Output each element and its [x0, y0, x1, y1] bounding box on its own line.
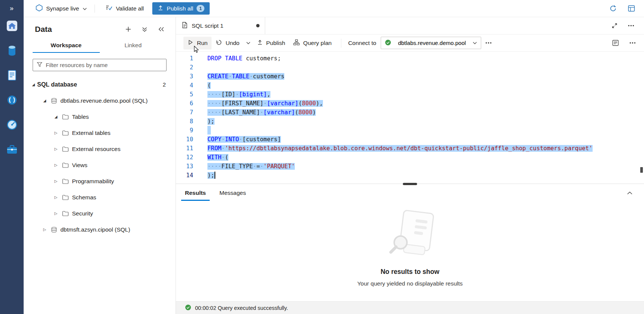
monitor-icon: [6, 119, 18, 132]
tab-title: SQL script 1: [192, 22, 224, 29]
line-number: 1: [176, 54, 193, 63]
tab-workspace[interactable]: Workspace: [33, 38, 100, 53]
sidebar-item-home[interactable]: [5, 19, 20, 34]
tree-item-views[interactable]: ▷Views: [24, 157, 176, 173]
refresh-icon[interactable]: [608, 3, 618, 13]
twistie-expanded-icon[interactable]: ◢: [52, 115, 60, 119]
tab-linked[interactable]: Linked: [100, 38, 167, 53]
tree-item-label: Schemas: [72, 194, 96, 201]
code-editor[interactable]: 1234567891011121314 DROP TABLE customers…: [176, 52, 644, 184]
add-resource-icon[interactable]: [124, 25, 133, 34]
tree-item-dbtmsft-azsyn-cipool-sql[interactable]: ▷dbtmsft.azsyn.cipool (SQL): [24, 221, 176, 238]
develop-icon: [7, 69, 17, 82]
line-number: 9: [176, 126, 193, 135]
validate-all-button[interactable]: Validate all: [102, 3, 147, 15]
twistie-collapsed-icon[interactable]: ▷: [52, 179, 60, 183]
properties-icon[interactable]: [611, 38, 620, 48]
collapse-all-icon[interactable]: [140, 25, 149, 34]
twistie-collapsed-icon[interactable]: ▷: [52, 147, 60, 151]
code-line-9[interactable]: [207, 126, 644, 135]
collapse-pane-icon[interactable]: [156, 25, 166, 33]
code-line-3[interactable]: CREATE·TABLE·customers: [207, 72, 644, 81]
tree-item-external-resources[interactable]: ▷External resources: [24, 141, 176, 157]
data-sidebar: Data Workspace Linked ◢SQL database2◢dbt…: [24, 17, 176, 314]
tree-item-dbtlabs-revenue-demo-pool-sql[interactable]: ◢dbtlabs.revenue.demo.pool (SQL): [24, 93, 176, 109]
query-plan-button[interactable]: Query plan: [289, 37, 336, 49]
twistie-expanded-icon[interactable]: ◢: [30, 82, 37, 87]
twistie-expanded-icon[interactable]: ◢: [41, 99, 48, 103]
tree-item-label: SQL database: [37, 81, 77, 88]
expand-editor-icon[interactable]: [610, 21, 619, 30]
tree-item-external-tables[interactable]: ▷External tables: [24, 125, 176, 141]
undo-label: Undo: [225, 40, 239, 46]
code-line-5[interactable]: ····[ID]·[bigint],: [207, 90, 644, 99]
publish-icon: [257, 39, 263, 47]
tree-item-label: External resources: [72, 146, 120, 153]
undo-redo-dropdown-icon[interactable]: [244, 39, 253, 47]
tree-item-tables[interactable]: ◢Tables: [24, 109, 176, 125]
code-line-2[interactable]: [207, 63, 644, 72]
tree-item-label: Programmability: [72, 178, 114, 185]
divider: [95, 4, 95, 13]
twistie-collapsed-icon[interactable]: ▷: [41, 227, 48, 232]
publish-button[interactable]: Publish: [253, 37, 290, 49]
line-number: 8: [176, 117, 193, 126]
sidebar-item-develop[interactable]: [5, 68, 20, 83]
folder-icon: [62, 179, 69, 184]
editor-more-icon[interactable]: [628, 40, 637, 45]
code-line-14[interactable]: );: [207, 171, 644, 180]
more-actions-icon[interactable]: [626, 23, 636, 28]
code-line-13[interactable]: ····FILE_TYPE·=·'PARQUET': [207, 162, 644, 171]
code-line-4[interactable]: (: [207, 81, 644, 90]
overview-ruler[interactable]: [639, 52, 644, 184]
publish-label: Publish: [266, 40, 285, 46]
toolbar-right-actions: [611, 38, 637, 48]
tree-item-sql-database[interactable]: ◢SQL database2: [24, 76, 176, 93]
twistie-collapsed-icon[interactable]: ▷: [52, 211, 60, 215]
tree-item-label: dbtlabs.revenue.demo.pool (SQL): [60, 97, 148, 104]
twistie-collapsed-icon[interactable]: ▷: [52, 195, 60, 199]
sidebar-item-manage[interactable]: [5, 142, 20, 157]
code-content[interactable]: DROP TABLE customers;CREATE·TABLE·custom…: [199, 54, 644, 184]
tab-messages[interactable]: Messages: [216, 185, 250, 201]
publish-all-button[interactable]: Publish all 1: [152, 2, 210, 15]
code-line-1[interactable]: DROP TABLE customers;: [207, 54, 644, 63]
expand-rail-button[interactable]: »: [0, 0, 24, 16]
tree-item-count: 2: [163, 81, 166, 88]
connect-to-label: Connect to: [348, 40, 376, 46]
publish-count-badge: 1: [197, 5, 204, 12]
branch-selector[interactable]: Synapse live: [36, 4, 87, 13]
grid-panel-icon[interactable]: [626, 3, 636, 13]
twistie-collapsed-icon[interactable]: ▷: [52, 163, 60, 167]
sidebar-item-integrate[interactable]: [5, 93, 20, 108]
topbar-right-actions: [608, 3, 639, 13]
tree-item-label: Security: [72, 210, 93, 217]
sidebar-item-data[interactable]: [5, 43, 20, 58]
pool-icon: [51, 98, 57, 104]
code-line-6[interactable]: ····[FIRST_NAME]·[varchar](8000),: [207, 99, 644, 108]
run-button[interactable]: Run: [183, 37, 212, 49]
connection-dropdown[interactable]: dbtlabs.revenue.demo.pool: [381, 37, 481, 49]
tree-item-schemas[interactable]: ▷Schemas: [24, 189, 176, 205]
code-line-8[interactable]: );: [207, 117, 644, 126]
tab-sql-script-1[interactable]: SQL script 1: [176, 17, 265, 34]
undo-button[interactable]: Undo: [212, 37, 243, 49]
tree-item-security[interactable]: ▷Security: [24, 205, 176, 221]
tab-results[interactable]: Results: [181, 185, 210, 201]
editor-results-resize-handle[interactable]: [403, 183, 417, 185]
toolbar-more-icon[interactable]: [481, 39, 496, 46]
tree-item-programmability[interactable]: ▷Programmability: [24, 173, 176, 189]
filter-resources-input[interactable]: [46, 62, 162, 68]
code-line-10[interactable]: COPY·INTO·[customers]: [207, 135, 644, 144]
folder-icon: [62, 130, 69, 136]
filter-funnel-icon: [37, 62, 42, 68]
code-line-12[interactable]: WITH·(: [207, 153, 644, 162]
code-line-11[interactable]: FROM·'https://dbtlabsynapsedatalake.blob…: [207, 144, 644, 153]
sql-script-icon: [182, 22, 188, 30]
no-results-illustration: [378, 206, 442, 262]
collapse-results-icon[interactable]: [625, 190, 634, 196]
home-icon: [6, 20, 18, 33]
sidebar-item-monitor[interactable]: [5, 118, 20, 133]
twistie-collapsed-icon[interactable]: ▷: [52, 131, 60, 135]
code-line-7[interactable]: ····[LAST_NAME]·[varchar](8000): [207, 108, 644, 117]
